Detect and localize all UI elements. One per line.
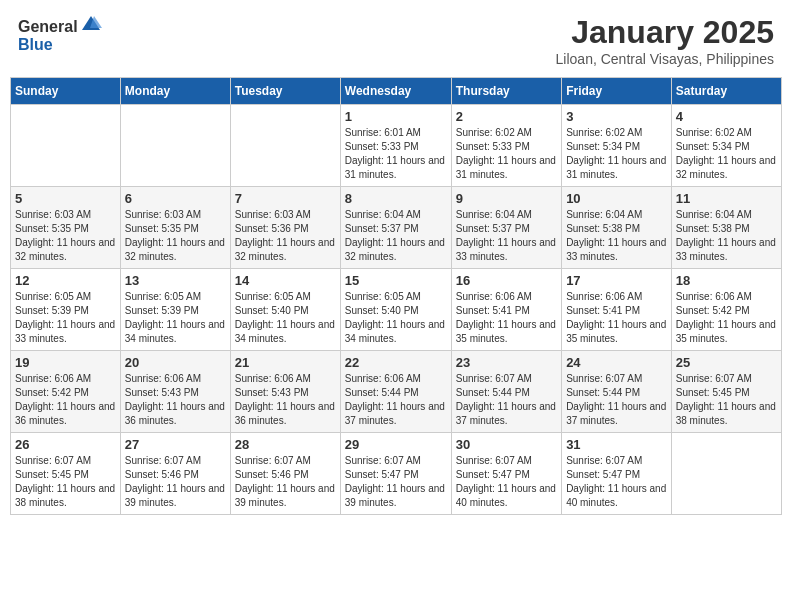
day-number: 26 (15, 437, 116, 452)
day-number: 22 (345, 355, 447, 370)
day-info: Sunrise: 6:07 AMSunset: 5:45 PMDaylight:… (15, 454, 116, 510)
table-row: 15Sunrise: 6:05 AMSunset: 5:40 PMDayligh… (340, 269, 451, 351)
day-info: Sunrise: 6:03 AMSunset: 5:35 PMDaylight:… (15, 208, 116, 264)
day-info: Sunrise: 6:04 AMSunset: 5:37 PMDaylight:… (345, 208, 447, 264)
day-number: 21 (235, 355, 336, 370)
day-number: 27 (125, 437, 226, 452)
day-number: 6 (125, 191, 226, 206)
day-info: Sunrise: 6:06 AMSunset: 5:43 PMDaylight:… (235, 372, 336, 428)
header-tuesday: Tuesday (230, 78, 340, 105)
logo-icon (80, 14, 102, 32)
logo: General Blue (18, 14, 102, 54)
day-number: 28 (235, 437, 336, 452)
day-number: 3 (566, 109, 667, 124)
table-row: 5Sunrise: 6:03 AMSunset: 5:35 PMDaylight… (11, 187, 121, 269)
table-row (11, 105, 121, 187)
day-number: 12 (15, 273, 116, 288)
day-number: 15 (345, 273, 447, 288)
day-info: Sunrise: 6:04 AMSunset: 5:38 PMDaylight:… (676, 208, 777, 264)
day-number: 2 (456, 109, 557, 124)
day-info: Sunrise: 6:05 AMSunset: 5:40 PMDaylight:… (345, 290, 447, 346)
table-row: 17Sunrise: 6:06 AMSunset: 5:41 PMDayligh… (562, 269, 672, 351)
day-info: Sunrise: 6:05 AMSunset: 5:40 PMDaylight:… (235, 290, 336, 346)
day-info: Sunrise: 6:07 AMSunset: 5:44 PMDaylight:… (456, 372, 557, 428)
header-friday: Friday (562, 78, 672, 105)
weekday-header-row: Sunday Monday Tuesday Wednesday Thursday… (11, 78, 782, 105)
day-info: Sunrise: 6:06 AMSunset: 5:41 PMDaylight:… (566, 290, 667, 346)
month-title: January 2025 (556, 14, 774, 51)
header-thursday: Thursday (451, 78, 561, 105)
day-info: Sunrise: 6:07 AMSunset: 5:45 PMDaylight:… (676, 372, 777, 428)
logo-blue: Blue (18, 36, 53, 53)
day-number: 29 (345, 437, 447, 452)
day-info: Sunrise: 6:01 AMSunset: 5:33 PMDaylight:… (345, 126, 447, 182)
logo-general: General (18, 18, 78, 35)
table-row: 13Sunrise: 6:05 AMSunset: 5:39 PMDayligh… (120, 269, 230, 351)
table-row: 25Sunrise: 6:07 AMSunset: 5:45 PMDayligh… (671, 351, 781, 433)
day-number: 1 (345, 109, 447, 124)
table-row: 21Sunrise: 6:06 AMSunset: 5:43 PMDayligh… (230, 351, 340, 433)
day-info: Sunrise: 6:03 AMSunset: 5:35 PMDaylight:… (125, 208, 226, 264)
table-row: 1Sunrise: 6:01 AMSunset: 5:33 PMDaylight… (340, 105, 451, 187)
title-area: January 2025 Liloan, Central Visayas, Ph… (556, 14, 774, 67)
calendar-week-row: 19Sunrise: 6:06 AMSunset: 5:42 PMDayligh… (11, 351, 782, 433)
header-sunday: Sunday (11, 78, 121, 105)
day-number: 23 (456, 355, 557, 370)
table-row: 3Sunrise: 6:02 AMSunset: 5:34 PMDaylight… (562, 105, 672, 187)
day-number: 31 (566, 437, 667, 452)
day-number: 14 (235, 273, 336, 288)
day-info: Sunrise: 6:04 AMSunset: 5:37 PMDaylight:… (456, 208, 557, 264)
day-info: Sunrise: 6:07 AMSunset: 5:44 PMDaylight:… (566, 372, 667, 428)
table-row: 22Sunrise: 6:06 AMSunset: 5:44 PMDayligh… (340, 351, 451, 433)
location-subtitle: Liloan, Central Visayas, Philippines (556, 51, 774, 67)
table-row: 14Sunrise: 6:05 AMSunset: 5:40 PMDayligh… (230, 269, 340, 351)
day-number: 4 (676, 109, 777, 124)
calendar-week-row: 1Sunrise: 6:01 AMSunset: 5:33 PMDaylight… (11, 105, 782, 187)
header-monday: Monday (120, 78, 230, 105)
table-row: 6Sunrise: 6:03 AMSunset: 5:35 PMDaylight… (120, 187, 230, 269)
day-info: Sunrise: 6:02 AMSunset: 5:34 PMDaylight:… (566, 126, 667, 182)
table-row: 7Sunrise: 6:03 AMSunset: 5:36 PMDaylight… (230, 187, 340, 269)
day-number: 9 (456, 191, 557, 206)
day-info: Sunrise: 6:05 AMSunset: 5:39 PMDaylight:… (125, 290, 226, 346)
table-row: 31Sunrise: 6:07 AMSunset: 5:47 PMDayligh… (562, 433, 672, 515)
table-row: 19Sunrise: 6:06 AMSunset: 5:42 PMDayligh… (11, 351, 121, 433)
day-number: 11 (676, 191, 777, 206)
day-number: 30 (456, 437, 557, 452)
calendar-week-row: 12Sunrise: 6:05 AMSunset: 5:39 PMDayligh… (11, 269, 782, 351)
table-row: 12Sunrise: 6:05 AMSunset: 5:39 PMDayligh… (11, 269, 121, 351)
day-number: 24 (566, 355, 667, 370)
day-number: 20 (125, 355, 226, 370)
day-number: 17 (566, 273, 667, 288)
table-row: 2Sunrise: 6:02 AMSunset: 5:33 PMDaylight… (451, 105, 561, 187)
day-info: Sunrise: 6:05 AMSunset: 5:39 PMDaylight:… (15, 290, 116, 346)
day-number: 16 (456, 273, 557, 288)
day-number: 13 (125, 273, 226, 288)
table-row: 30Sunrise: 6:07 AMSunset: 5:47 PMDayligh… (451, 433, 561, 515)
table-row: 23Sunrise: 6:07 AMSunset: 5:44 PMDayligh… (451, 351, 561, 433)
day-info: Sunrise: 6:03 AMSunset: 5:36 PMDaylight:… (235, 208, 336, 264)
day-number: 7 (235, 191, 336, 206)
table-row: 16Sunrise: 6:06 AMSunset: 5:41 PMDayligh… (451, 269, 561, 351)
header-saturday: Saturday (671, 78, 781, 105)
header: General Blue January 2025 Liloan, Centra… (10, 10, 782, 71)
table-row: 18Sunrise: 6:06 AMSunset: 5:42 PMDayligh… (671, 269, 781, 351)
table-row: 26Sunrise: 6:07 AMSunset: 5:45 PMDayligh… (11, 433, 121, 515)
table-row: 4Sunrise: 6:02 AMSunset: 5:34 PMDaylight… (671, 105, 781, 187)
table-row (230, 105, 340, 187)
table-row: 29Sunrise: 6:07 AMSunset: 5:47 PMDayligh… (340, 433, 451, 515)
day-info: Sunrise: 6:06 AMSunset: 5:41 PMDaylight:… (456, 290, 557, 346)
calendar-table: Sunday Monday Tuesday Wednesday Thursday… (10, 77, 782, 515)
day-info: Sunrise: 6:07 AMSunset: 5:46 PMDaylight:… (235, 454, 336, 510)
day-number: 5 (15, 191, 116, 206)
day-info: Sunrise: 6:07 AMSunset: 5:47 PMDaylight:… (345, 454, 447, 510)
day-number: 10 (566, 191, 667, 206)
table-row: 20Sunrise: 6:06 AMSunset: 5:43 PMDayligh… (120, 351, 230, 433)
table-row: 8Sunrise: 6:04 AMSunset: 5:37 PMDaylight… (340, 187, 451, 269)
table-row: 28Sunrise: 6:07 AMSunset: 5:46 PMDayligh… (230, 433, 340, 515)
day-number: 8 (345, 191, 447, 206)
table-row (671, 433, 781, 515)
day-info: Sunrise: 6:06 AMSunset: 5:44 PMDaylight:… (345, 372, 447, 428)
calendar-week-row: 26Sunrise: 6:07 AMSunset: 5:45 PMDayligh… (11, 433, 782, 515)
day-info: Sunrise: 6:04 AMSunset: 5:38 PMDaylight:… (566, 208, 667, 264)
